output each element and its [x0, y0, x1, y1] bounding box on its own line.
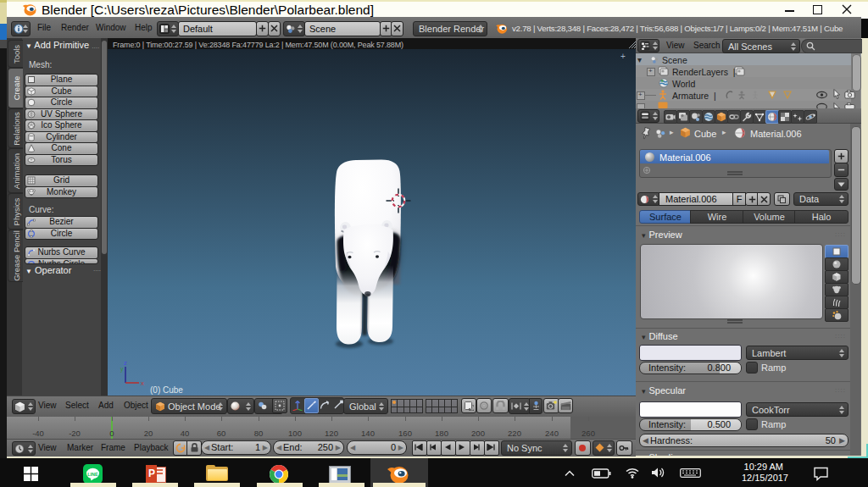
- svg-text:z: z: [124, 359, 127, 367]
- svg-text:y: y: [120, 366, 124, 373]
- svg-text:x: x: [141, 379, 144, 387]
- svg-text:LINE: LINE: [87, 472, 98, 477]
